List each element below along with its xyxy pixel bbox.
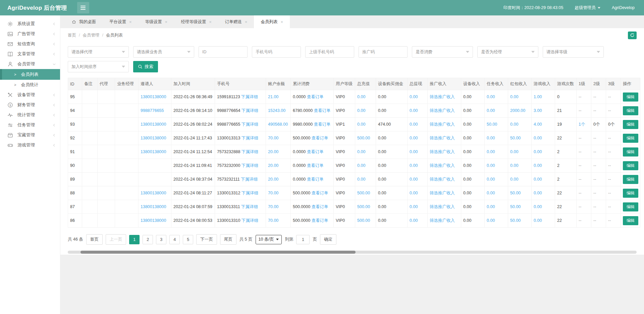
tab-close-icon[interactable]: × [129, 20, 132, 24]
sidebar-item-game-management[interactable]: 游戏管理 [0, 140, 60, 150]
subordinate-detail-link[interactable]: 下属详细 [241, 108, 258, 113]
filter-promo-income-link[interactable]: 筛选推广收入 [430, 218, 455, 223]
tab-close-icon[interactable]: × [165, 20, 168, 24]
next-page-button[interactable]: 下一页 [196, 234, 217, 245]
filter-promo-income-link[interactable]: 筛选推广收入 [430, 136, 455, 140]
tab-manager-level-settings[interactable]: 经理等级设置× [174, 15, 218, 28]
page-size-select[interactable]: 10 条/页 [256, 235, 282, 244]
subordinate-detail-link[interactable]: 下属详细 [241, 136, 258, 140]
phone-input[interactable] [256, 50, 297, 54]
edit-button[interactable]: 编辑 [623, 106, 638, 115]
tab-level-settings[interactable]: 等级设置× [139, 15, 174, 28]
inviter-link[interactable]: 13800138000 [141, 149, 166, 154]
tab-order-gift[interactable]: 订单赠送× [218, 15, 254, 28]
horizontal-scrollbar-thumb[interactable] [80, 251, 356, 254]
view-orders-link[interactable]: 查看订单 [314, 108, 331, 113]
parent-phone-input[interactable] [309, 50, 351, 54]
tab-platform-settings[interactable]: 平台设置× [103, 15, 139, 28]
edit-button[interactable]: 编辑 [623, 216, 638, 225]
breadcrumb-home[interactable]: 首页 [68, 33, 76, 38]
id-input[interactable] [202, 50, 244, 54]
level-select[interactable]: 请选择等级 [543, 46, 604, 58]
subordinate-detail-link[interactable]: 下属详细 [241, 191, 258, 195]
subordinate-detail-link[interactable]: 下属详细 [241, 204, 258, 209]
consume-select[interactable]: 是否消费 [412, 46, 473, 58]
inviter-link[interactable]: 9988776655 [141, 108, 164, 113]
view-orders-link[interactable]: 查看订单 [312, 204, 328, 209]
subordinate-detail-link[interactable]: 下属详细 [241, 122, 258, 127]
sidebar-subitem-member-list[interactable]: >会员列表 [0, 69, 60, 80]
filter-promo-income-link[interactable]: 筛选推广收入 [430, 108, 455, 113]
promo-code-input[interactable] [362, 50, 404, 54]
sidebar-item-sms-query[interactable]: 短信查询 [0, 39, 60, 49]
inviter-link[interactable]: 13800138000 [141, 191, 166, 195]
view-orders-link[interactable]: 查看订单 [312, 136, 328, 140]
sidebar-toggle-button[interactable] [77, 2, 89, 13]
sidebar-item-system-settings[interactable]: 系统设置 [0, 19, 60, 29]
agent-select[interactable]: 请选择代理 [68, 46, 129, 58]
edit-button[interactable]: 编辑 [623, 161, 638, 170]
view-orders-link[interactable]: 查看订单 [307, 163, 324, 168]
tab-member-list[interactable]: 会员列表× [254, 15, 290, 28]
first-page-button[interactable]: 首页 [86, 234, 103, 245]
view-orders-link[interactable]: 查看订单 [314, 122, 331, 127]
view-orders-link[interactable]: 查看订单 [312, 191, 328, 195]
edit-button[interactable]: 编辑 [623, 202, 638, 211]
sidebar-item-device-management[interactable]: 设备管理 [0, 90, 60, 100]
sidebar-item-member-management[interactable]: 会员管理 [0, 59, 60, 69]
is-manager-select[interactable]: 是否为经理 [477, 46, 538, 58]
sidebar-item-task-management[interactable]: 任务管理 [0, 120, 60, 130]
sidebar-item-article-management[interactable]: 文章管理 [0, 49, 60, 59]
edit-button[interactable]: 编辑 [623, 134, 638, 143]
filter-promo-income-link[interactable]: 筛选推广收入 [430, 122, 455, 127]
search-button[interactable]: 搜索 [133, 61, 158, 72]
subordinate-detail-link[interactable]: 下属详细 [241, 218, 258, 223]
inviter-link[interactable]: 13800138000 [141, 122, 166, 127]
goto-page-input[interactable] [296, 235, 310, 244]
subordinate-detail-link[interactable]: 下属详细 [241, 163, 258, 168]
page-button-4[interactable]: 4 [169, 235, 180, 244]
subordinate-detail-link[interactable]: 下属详细 [241, 95, 258, 99]
view-orders-link[interactable]: 查看订单 [312, 218, 328, 223]
view-orders-link[interactable]: 查看订单 [307, 149, 324, 154]
inviter-link[interactable]: 13800138000 [141, 95, 166, 99]
sidebar-subitem-member-stats[interactable]: >会员统计 [0, 80, 60, 90]
filter-promo-income-link[interactable]: 筛选推广收入 [430, 191, 455, 195]
breadcrumb-member-management[interactable]: 会员管理 [83, 33, 99, 38]
tab-close-icon[interactable]: × [209, 20, 212, 24]
edit-button[interactable]: 编辑 [623, 120, 638, 129]
refresh-button[interactable] [628, 32, 637, 39]
edit-button[interactable]: 编辑 [623, 189, 638, 198]
salesman-select[interactable]: 请选择业务员 [133, 46, 194, 58]
view-orders-link[interactable]: 查看订单 [307, 95, 324, 99]
last-page-button[interactable]: 尾页 [220, 234, 236, 245]
page-button-1[interactable]: 1 [129, 235, 140, 244]
horizontal-scrollbar-track[interactable] [68, 251, 637, 254]
tab-close-icon[interactable]: × [245, 20, 248, 24]
sidebar-item-stats-management[interactable]: 统计管理 [0, 110, 60, 120]
sidebar-item-treasure-management[interactable]: 宝藏管理 [0, 130, 60, 140]
tab-close-icon[interactable]: × [280, 20, 283, 24]
view-orders-link[interactable]: 查看订单 [307, 177, 324, 182]
edit-button[interactable]: 编辑 [623, 92, 638, 102]
filter-promo-income-link[interactable]: 筛选推广收入 [430, 177, 455, 182]
filter-promo-income-link[interactable]: 筛选推广收入 [430, 95, 455, 99]
goto-confirm-button[interactable]: 确定 [320, 234, 336, 245]
filter-promo-income-link[interactable]: 筛选推广收入 [430, 149, 455, 154]
admin-user-dropdown[interactable]: 超级管理员 [575, 5, 600, 11]
sidebar-item-finance-management[interactable]: $财务管理 [0, 100, 60, 110]
page-button-3[interactable]: 3 [156, 235, 166, 244]
inviter-link[interactable]: 13800138000 [141, 204, 166, 209]
filter-promo-income-link[interactable]: 筛选推广收入 [430, 163, 455, 168]
inviter-link[interactable]: 13800138000 [141, 136, 166, 140]
page-button-5[interactable]: 5 [183, 235, 193, 244]
subordinate-detail-link[interactable]: 下属详细 [241, 149, 258, 154]
cell-level1[interactable]: 1个 [579, 122, 585, 127]
filter-promo-income-link[interactable]: 筛选推广收入 [430, 204, 455, 209]
sort-select[interactable]: 加入时间排序 [68, 61, 129, 72]
edit-button[interactable]: 编辑 [623, 147, 638, 156]
edit-button[interactable]: 编辑 [623, 175, 638, 184]
sidebar-item-ad-management[interactable]: 广告管理 [0, 29, 60, 39]
tab-my-desktop[interactable]: 我的桌面 [65, 15, 103, 28]
inviter-link[interactable]: 13800138000 [141, 218, 166, 223]
